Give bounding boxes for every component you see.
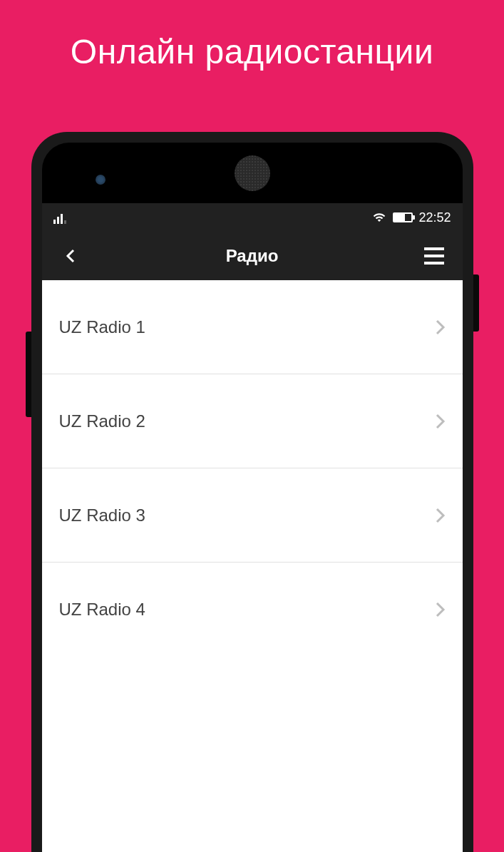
- phone-inner: 22:52 Радио UZ Radio 1: [42, 143, 463, 852]
- phone-speaker-area: [42, 143, 463, 203]
- chevron-right-icon: [436, 414, 446, 429]
- list-item-label: UZ Radio 3: [59, 505, 145, 525]
- phone-speaker: [235, 155, 270, 191]
- status-left: [53, 211, 66, 224]
- battery-icon: [393, 212, 413, 222]
- list-item-label: UZ Radio 2: [59, 411, 145, 431]
- list-item[interactable]: UZ Radio 2: [42, 374, 463, 468]
- list-item[interactable]: UZ Radio 3: [42, 468, 463, 563]
- radio-list[interactable]: UZ Radio 1 UZ Radio 2 UZ Radio 3: [42, 280, 463, 852]
- back-button[interactable]: [56, 242, 85, 270]
- status-bar: 22:52: [42, 203, 463, 232]
- wifi-icon: [371, 211, 387, 224]
- menu-button[interactable]: [420, 242, 448, 270]
- list-item-label: UZ Radio 4: [59, 600, 145, 620]
- phone-frame: 22:52 Радио UZ Radio 1: [31, 132, 473, 852]
- app-bar: Радио: [42, 232, 463, 280]
- list-item[interactable]: UZ Radio 1: [42, 280, 463, 374]
- menu-icon: [424, 247, 444, 250]
- page-title: Онлайн радиостанции: [0, 0, 504, 71]
- chevron-right-icon: [436, 602, 446, 617]
- chevron-right-icon: [436, 508, 446, 523]
- phone-button-left: [26, 332, 31, 417]
- phone-camera: [96, 175, 106, 185]
- app-title: Радио: [226, 246, 279, 266]
- chevron-right-icon: [436, 319, 446, 335]
- menu-icon: [424, 262, 444, 265]
- list-item-label: UZ Radio 1: [59, 317, 145, 337]
- phone-button-right: [473, 274, 479, 332]
- chevron-left-icon: [65, 247, 76, 265]
- phone-screen: 22:52 Радио UZ Radio 1: [42, 203, 463, 852]
- signal-icon: [53, 211, 66, 224]
- status-right: 22:52: [371, 210, 451, 225]
- status-time: 22:52: [418, 210, 451, 225]
- list-item[interactable]: UZ Radio 4: [42, 563, 463, 657]
- menu-icon: [424, 255, 444, 257]
